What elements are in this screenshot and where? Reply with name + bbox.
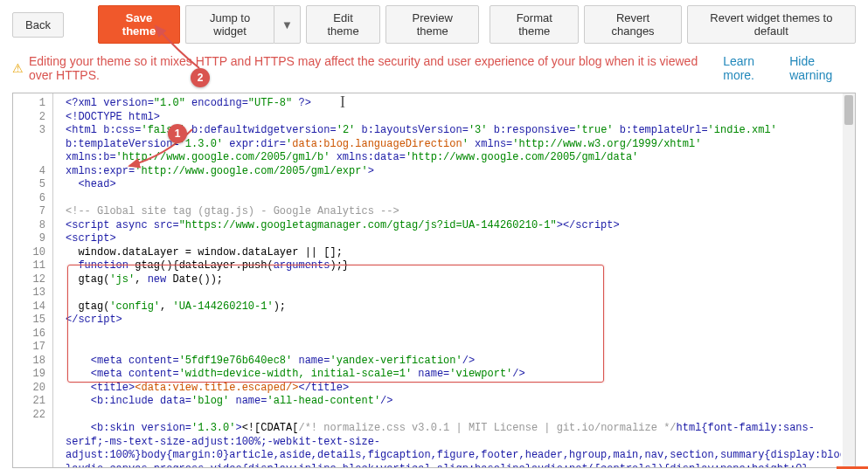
code-editor[interactable]: 123 45678910111213141516171819202122 <?x…	[12, 93, 856, 468]
revert-widget-themes-button[interactable]: Revert widget themes to default	[687, 5, 856, 44]
edit-theme-button[interactable]: Edit theme	[306, 5, 381, 44]
line-gutter: 123 45678910111213141516171819202122	[13, 93, 53, 467]
code-content[interactable]: <?xml version="1.0" encoding="UTF-8" ?> …	[53, 93, 841, 467]
preview-theme-button[interactable]: Preview theme	[385, 5, 479, 44]
hide-warning-link[interactable]: Hide warning	[789, 54, 856, 82]
https-warning: ⚠ Editing your theme so it mixes HTTP an…	[0, 49, 868, 87]
warning-icon: ⚠	[12, 61, 24, 75]
vertical-scrollbar-thumb[interactable]	[844, 95, 853, 125]
jump-to-widget-button[interactable]: Jump to widget	[185, 5, 274, 44]
annotation-badge-2: 2	[191, 68, 210, 87]
toolbar: Back Save theme Jump to widget ▼ Edit th…	[0, 0, 868, 49]
learn-more-link[interactable]: Learn more.	[723, 54, 784, 82]
jump-to-widget-caret[interactable]: ▼	[274, 5, 301, 44]
scrollbar-corner	[843, 455, 855, 467]
back-button[interactable]: Back	[12, 12, 64, 38]
jump-to-widget-group[interactable]: Jump to widget ▼	[185, 5, 301, 44]
revert-changes-button[interactable]: Revert changes	[584, 5, 681, 44]
save-theme-button[interactable]: Save theme	[98, 5, 181, 44]
format-theme-button[interactable]: Format theme	[490, 5, 579, 44]
warning-text: Editing your theme so it mixes HTTP and …	[29, 54, 718, 82]
chevron-down-icon: ▼	[281, 18, 293, 31]
vertical-scrollbar[interactable]	[843, 93, 855, 467]
annotation-badge-1: 1	[168, 124, 187, 143]
